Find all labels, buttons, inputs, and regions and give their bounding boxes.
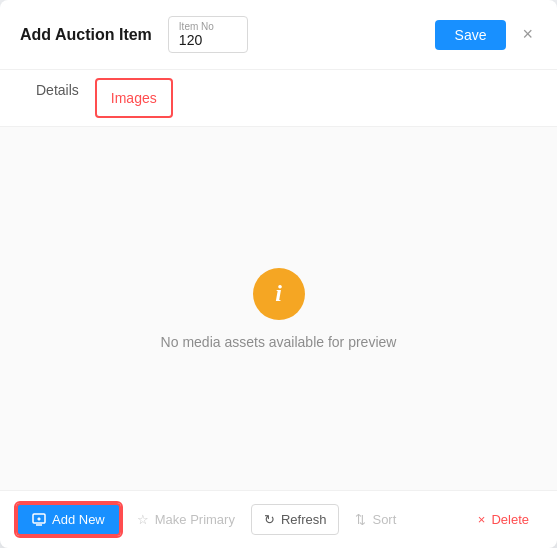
add-new-button[interactable]: Add New — [16, 503, 121, 536]
add-new-icon — [32, 513, 46, 527]
modal: Add Auction Item Item No 120 Save × Deta… — [0, 0, 557, 548]
sort-icon: ⇅ — [355, 512, 366, 527]
modal-footer: Add New ☆ Make Primary ↻ Refresh ⇅ Sort … — [0, 490, 557, 548]
info-icon: i — [275, 280, 282, 307]
make-primary-button[interactable]: ☆ Make Primary — [125, 505, 247, 534]
save-button[interactable]: Save — [435, 20, 507, 50]
no-media-text: No media assets available for preview — [161, 334, 397, 350]
delete-button[interactable]: × Delete — [466, 505, 541, 534]
delete-icon: × — [478, 512, 486, 527]
close-button[interactable]: × — [518, 20, 537, 49]
refresh-button[interactable]: ↻ Refresh — [251, 504, 340, 535]
tab-images[interactable]: Images — [95, 78, 173, 118]
info-icon-wrapper: i — [253, 268, 305, 320]
item-no-label: Item No — [179, 21, 237, 32]
tab-details[interactable]: Details — [20, 70, 95, 127]
close-icon: × — [522, 24, 533, 45]
item-no-value: 120 — [179, 32, 237, 48]
header-right: Save × — [435, 20, 537, 50]
item-no-field: Item No 120 — [168, 16, 248, 53]
tabs-bar: Details Images — [0, 70, 557, 127]
header-left: Add Auction Item Item No 120 — [20, 16, 248, 53]
content-area: i No media assets available for preview — [0, 127, 557, 490]
star-icon: ☆ — [137, 512, 149, 527]
sort-button[interactable]: ⇅ Sort — [343, 505, 408, 534]
modal-header: Add Auction Item Item No 120 Save × — [0, 0, 557, 70]
refresh-icon: ↻ — [264, 512, 275, 527]
modal-title: Add Auction Item — [20, 26, 152, 44]
